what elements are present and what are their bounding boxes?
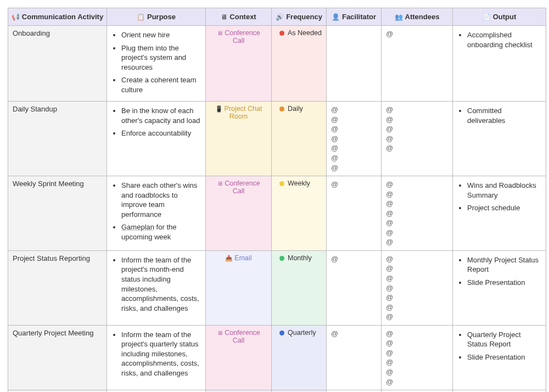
purpose-cell[interactable]: Inform the team of the project's annual … — [107, 390, 206, 392]
mention-placeholder[interactable]: @ — [386, 367, 448, 377]
mention-placeholder[interactable]: @ — [331, 180, 377, 189]
header-context[interactable]: 🖥Context — [206, 8, 272, 26]
frequency-cell[interactable]: Monthly — [272, 250, 327, 325]
frequency-cell[interactable]: Quarterly — [272, 325, 327, 390]
mention-placeholder[interactable]: @ — [386, 293, 448, 303]
email-icon: 📥 — [225, 255, 233, 261]
activity-cell[interactable]: Daily Standup — [8, 102, 107, 176]
output-cell[interactable]: Monthly Project Status ReportSlide Prese… — [453, 250, 546, 325]
facilitator-cell[interactable]: @ — [327, 325, 382, 390]
output-cell[interactable]: Annual ReportSlide Presentation — [453, 390, 546, 392]
mention-placeholder[interactable]: @ — [386, 303, 448, 312]
context-cell[interactable]: 🖥Conference Call — [206, 325, 272, 390]
attendees-cell[interactable]: @@@@@ — [382, 102, 453, 176]
context-label: Email — [234, 254, 251, 262]
mention-placeholder[interactable]: @ — [331, 153, 377, 163]
frequency-dot-icon — [279, 107, 284, 111]
frequency-cell[interactable]: Weekly — [272, 176, 327, 251]
header-attendees[interactable]: 👥Attendees — [382, 8, 453, 26]
confcall-icon: 🖥 — [217, 30, 223, 36]
context-cell[interactable]: 📥Email — [206, 250, 272, 325]
frequency-cell[interactable]: As Needed — [272, 26, 327, 102]
output-cell[interactable]: Quarterly Project Status ReportSlide Pre… — [453, 325, 546, 390]
header-purpose[interactable]: 📋Purpose — [107, 8, 206, 26]
header-frequency[interactable]: 🔊Frequency — [272, 8, 327, 26]
context-label: Project Chat Room — [225, 105, 262, 120]
attendees-cell[interactable]: @ — [382, 26, 453, 102]
frequency-cell[interactable]: Daily — [272, 102, 327, 176]
mention-placeholder[interactable]: @ — [386, 377, 448, 387]
facilitator-cell[interactable]: @ — [327, 390, 382, 392]
mention-placeholder[interactable]: @ — [386, 199, 448, 209]
attendees-cell[interactable]: @@@@@@@ — [382, 176, 453, 251]
facilitator-cell[interactable]: @ — [327, 176, 382, 251]
facilitator-cell[interactable]: @@@@@@@ — [327, 102, 382, 176]
frequency-label: Daily — [288, 105, 303, 113]
activity-cell[interactable]: Onboarding — [8, 26, 107, 102]
activity-cell[interactable]: Weekly Sprint Meeting — [8, 176, 107, 251]
mention-placeholder[interactable]: @ — [386, 115, 448, 125]
table-row: Quarterly Project MeetingInform the team… — [8, 325, 546, 390]
header-facilitator[interactable]: 👤Facilitator — [327, 8, 382, 26]
mention-placeholder[interactable]: @ — [386, 273, 448, 283]
frequency-cell[interactable]: Annually — [272, 390, 327, 392]
mention-placeholder[interactable]: @ — [386, 124, 448, 134]
mention-placeholder[interactable]: @ — [331, 134, 377, 144]
context-cell[interactable]: ☕Face-to-face meeting — [206, 390, 272, 392]
mention-placeholder[interactable]: @ — [386, 189, 448, 199]
table-row: OnboardingOrient new hirePlug them into … — [8, 26, 546, 102]
header-output[interactable]: 📄Output — [453, 8, 546, 26]
output-cell[interactable]: Wins and Roadblocks SummaryProject sched… — [453, 176, 546, 251]
purpose-cell[interactable]: Orient new hirePlug them into the projec… — [107, 26, 206, 102]
mention-placeholder[interactable]: @ — [386, 283, 448, 293]
output-item: Project schedule — [467, 203, 541, 213]
mention-placeholder[interactable]: @ — [331, 254, 377, 264]
mention-placeholder[interactable]: @ — [386, 105, 448, 115]
output-cell[interactable]: Committed deliverables — [453, 102, 546, 176]
mention-placeholder[interactable]: @ — [386, 218, 448, 228]
mention-placeholder[interactable]: @ — [331, 124, 377, 134]
mention-placeholder[interactable]: @ — [386, 29, 448, 39]
activity-cell[interactable]: Quarterly Project Meeting — [8, 325, 107, 390]
context-label: Conference Call — [225, 180, 260, 195]
table-row: Daily StandupBe in the know of each othe… — [8, 102, 546, 176]
mention-placeholder[interactable]: @ — [386, 143, 448, 153]
activity-cell[interactable]: Strategic Planning — [8, 390, 107, 392]
purpose-cell[interactable]: Inform the team of the project's month-e… — [107, 250, 206, 325]
purpose-cell[interactable]: Share each other's wins and roadblocks t… — [107, 176, 206, 251]
mention-placeholder[interactable]: @ — [386, 180, 448, 189]
mention-placeholder[interactable]: @ — [331, 143, 377, 153]
mention-placeholder[interactable]: @ — [386, 134, 448, 144]
mention-placeholder[interactable]: @ — [386, 237, 448, 247]
mention-placeholder[interactable]: @ — [386, 348, 448, 358]
speaker-icon: 🔊 — [276, 13, 284, 21]
attendees-cell[interactable]: @@@@ — [382, 390, 453, 392]
mention-placeholder[interactable]: @ — [331, 105, 377, 115]
mention-placeholder[interactable]: @ — [386, 357, 448, 367]
mention-placeholder[interactable]: @ — [386, 254, 448, 264]
frequency-label: Monthly — [288, 254, 312, 262]
attendees-cell[interactable]: @@@@@@ — [382, 325, 453, 390]
header-activity[interactable]: 📢Communication Activity — [8, 8, 107, 26]
context-cell[interactable]: 🖥Conference Call — [206, 26, 272, 102]
document-icon: 📄 — [483, 13, 491, 21]
mention-placeholder[interactable]: @ — [386, 209, 448, 219]
mention-placeholder[interactable]: @ — [331, 329, 377, 339]
purpose-cell[interactable]: Inform the team of the project's quarter… — [107, 325, 206, 390]
frequency-dot-icon — [279, 256, 284, 261]
mention-placeholder[interactable]: @ — [386, 329, 448, 339]
mention-placeholder[interactable]: @ — [386, 338, 448, 348]
context-cell[interactable]: 🖥Conference Call — [206, 176, 272, 251]
facilitator-cell[interactable] — [327, 26, 382, 102]
mention-placeholder[interactable]: @ — [331, 115, 377, 125]
context-cell[interactable]: 📱Project Chat Room — [206, 102, 272, 176]
mention-placeholder[interactable]: @ — [331, 163, 377, 173]
output-cell[interactable]: Accomplished onboarding checklist — [453, 26, 546, 102]
mention-placeholder[interactable]: @ — [386, 228, 448, 238]
purpose-cell[interactable]: Be in the know of each other's capacity … — [107, 102, 206, 176]
mention-placeholder[interactable]: @ — [386, 312, 448, 322]
activity-cell[interactable]: Project Status Reporting — [8, 250, 107, 325]
attendees-cell[interactable]: @@@@@@@ — [382, 250, 453, 325]
facilitator-cell[interactable]: @ — [327, 250, 382, 325]
mention-placeholder[interactable]: @ — [386, 264, 448, 273]
